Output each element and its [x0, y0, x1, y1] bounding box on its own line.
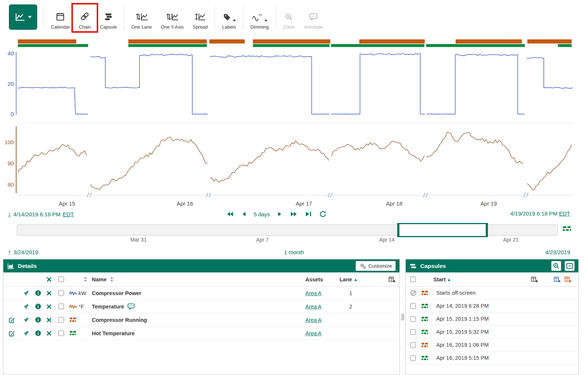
asset-link[interactable]: Area A [305, 330, 322, 336]
sort-updown-icon[interactable] [78, 277, 92, 282]
timebar-selection-window[interactable] [397, 223, 488, 237]
remove-x-icon[interactable] [44, 304, 55, 309]
spread-button[interactable]: Spread [188, 4, 212, 32]
condition-name[interactable]: Hot Temperature [92, 330, 305, 336]
timezone-link[interactable]: EDT [559, 210, 570, 217]
edit-icon[interactable] [3, 330, 20, 337]
remove-x-icon[interactable] [44, 317, 55, 323]
condition-name[interactable]: Compressor Running [92, 317, 305, 323]
one-lane-label: One Lane [131, 25, 152, 30]
row-checkbox[interactable] [58, 290, 64, 296]
details-row-compressor-power: kW Compressor Power Area A 1 [3, 287, 399, 300]
add-column-icon[interactable] [362, 276, 399, 283]
rocket-icon[interactable] [20, 290, 32, 296]
collapse-icon[interactable] [565, 261, 575, 271]
step-back-half-button[interactable] [240, 210, 248, 218]
signal-name[interactable]: Compressor Power [92, 290, 305, 296]
add-column-icon[interactable] [531, 276, 538, 283]
capsule-row[interactable]: Apr 16, 2019 5:15 PM [406, 352, 578, 365]
svg-text:90: 90 [7, 160, 14, 167]
remove-x-icon[interactable] [44, 291, 55, 296]
capsule-mini-icon [421, 303, 433, 309]
row-checkbox[interactable] [58, 304, 64, 309]
labels-tag-icon [222, 13, 231, 22]
investigate-range-duration[interactable]: 1 month [0, 249, 588, 255]
svg-text:Apr 19: Apr 19 [481, 200, 497, 207]
select-all-checkbox[interactable] [58, 277, 64, 282]
one-lane-button[interactable]: One Lane [127, 4, 156, 32]
capsule-row[interactable]: Starts off-screen [406, 287, 578, 300]
customize-button[interactable]: Customize [356, 261, 396, 271]
rocket-icon[interactable] [20, 317, 32, 323]
row-checkbox[interactable] [58, 317, 64, 323]
asset-link[interactable]: Area A [305, 317, 322, 323]
capsule-button[interactable]: Capsule [95, 4, 121, 32]
start-column-header[interactable]: Start [433, 277, 446, 282]
one-y-axis-button[interactable]: One Y-Axis [156, 4, 188, 32]
rocket-icon[interactable] [20, 330, 32, 336]
capsule-time-icon[interactable] [562, 225, 572, 233]
calendar-button[interactable]: Calendar [46, 4, 74, 32]
capsule-row[interactable]: Apr 16, 2019 1:06 PM [406, 339, 578, 352]
info-icon[interactable] [32, 290, 44, 296]
dimming-button[interactable]: Dimming [246, 4, 273, 32]
info-icon[interactable] [32, 303, 44, 310]
step-back-full-button[interactable] [225, 210, 234, 219]
toolbar-separator [44, 6, 44, 30]
dimming-label: Dimming [250, 25, 269, 30]
add-signal-column-icon[interactable] [554, 276, 561, 283]
annotate-button: Annotate [299, 4, 327, 32]
details-panel: Details Customize Name [3, 259, 400, 375]
remove-all-icon[interactable] [44, 277, 55, 282]
chevron-down-icon [264, 20, 267, 22]
one-lane-icon [135, 10, 148, 22]
details-table-header: Name Assets Lane ▲ [3, 272, 399, 287]
customize-label: Customize [368, 263, 392, 269]
magnifier-plus-icon[interactable] [551, 261, 561, 271]
zoom-label: Zoom [283, 25, 295, 30]
edit-icon[interactable] [3, 317, 20, 323]
capsule-checkbox[interactable] [410, 355, 416, 361]
capsule-row[interactable]: Apr 15, 2019 1:15 PM [406, 313, 578, 326]
capsule-row[interactable]: Apr 15, 2019 5:32 PM [406, 326, 578, 339]
sort-updown-icon[interactable] [110, 277, 114, 282]
row-checkbox[interactable] [58, 330, 64, 336]
capsule-row[interactable]: Apr 14, 2019 6:28 PM [406, 300, 578, 313]
capsules-panel-title: Capsules [420, 263, 446, 269]
capsule-checkbox[interactable] [410, 303, 416, 309]
step-to-end-button[interactable] [304, 210, 313, 219]
step-forward-full-button[interactable] [289, 210, 298, 219]
capsule-checkbox[interactable] [410, 316, 416, 322]
capsule-label: Capsule [100, 25, 117, 30]
trend-view-selector-button[interactable] [9, 4, 37, 30]
details-panel-title: Details [18, 263, 37, 269]
trend-chart[interactable]: 402001009080Apr 15Apr 16Apr 17Apr 18Apr … [0, 37, 588, 209]
chevron-down-icon [233, 20, 236, 22]
capsule-checkbox[interactable] [410, 329, 416, 335]
dimming-icon [252, 13, 263, 22]
refresh-icon[interactable] [318, 210, 327, 219]
info-icon[interactable] [32, 330, 44, 336]
add-condition-column-icon[interactable] [565, 276, 572, 283]
labels-button[interactable]: Labels [218, 4, 240, 32]
asset-link[interactable]: Area A [305, 304, 322, 310]
remove-x-icon[interactable] [44, 331, 55, 336]
panel-splitter-handle[interactable] [401, 259, 405, 375]
select-all-capsules-checkbox[interactable] [410, 277, 416, 282]
annotation-bubble-icon[interactable] [128, 303, 135, 310]
signal-name[interactable]: Temperature [92, 304, 124, 310]
display-range-duration[interactable]: 5 days [254, 211, 270, 217]
chain-button[interactable]: Chain [74, 4, 96, 32]
name-column-header[interactable]: Name [92, 277, 107, 282]
lane-column-header[interactable]: Lane [340, 277, 352, 282]
capsule-mini-icon [67, 317, 78, 323]
info-icon[interactable] [32, 317, 44, 323]
sort-ascending-icon: ▲ [447, 277, 451, 282]
asset-link[interactable]: Area A [305, 290, 322, 296]
capsule-mini-icon [421, 342, 433, 348]
step-forward-half-button[interactable] [276, 210, 284, 218]
calendar-label: Calendar [51, 25, 70, 30]
capsule-checkbox[interactable] [410, 342, 416, 348]
rocket-icon[interactable] [20, 303, 32, 310]
assets-column-header[interactable]: Assets [305, 277, 340, 282]
